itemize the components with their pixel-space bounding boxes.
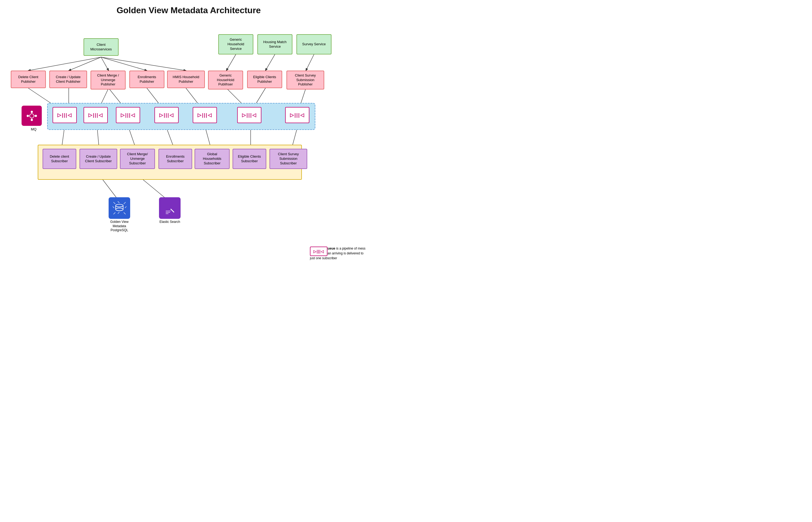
legend: ▷|||◁ ActiveMQ queue is a pipeline of me…	[310, 246, 369, 261]
hmis-household-publisher-box: HMIS HouseholdPublisher	[167, 71, 205, 88]
client-survey-subscriber-box: Client SurveySubmissionSubscriber	[269, 149, 307, 169]
svg-line-5	[226, 55, 236, 71]
delete-client-publisher-box: Delete ClientPublisher	[11, 71, 46, 88]
elastic-search-icon: Elastic Search	[158, 197, 182, 224]
client-merge-publisher-box: Client Merge /UnmergePublisher	[90, 71, 126, 89]
svg-line-4	[101, 57, 186, 71]
client-microservices-box: ClientMicroservices	[84, 38, 119, 56]
create-update-publisher-box: Create / UpdateClient Publisher	[49, 71, 87, 88]
enrollments-publisher-box: EnrollmentsPublisher	[129, 71, 164, 88]
mq-icon	[22, 106, 42, 126]
svg-line-3	[101, 57, 147, 71]
generic-household-publisher-box: GenericHouseHoldPublihser	[208, 71, 243, 89]
svg-line-2	[101, 57, 108, 71]
eligible-clients-publisher-box: Eligible ClientsPublisher	[247, 71, 282, 88]
queue-2: ▷|||◁	[84, 107, 108, 123]
svg-line-7	[306, 55, 314, 71]
mq-label: MQ	[28, 127, 39, 131]
queue-1: ▷|||◁	[53, 107, 77, 123]
enrollments-subscriber-box: EnrollmentsSubscriber	[159, 149, 192, 169]
client-survey-publisher-box: Client SurveySubmissionPublisher	[286, 71, 324, 89]
page-title: Golden View Metadata Architecture	[5, 5, 372, 15]
queue-6: ▷|||◁	[237, 107, 261, 123]
client-merge-subscriber-box: Client Merge/UnmergeSubscriber	[120, 149, 155, 169]
delete-client-subscriber-box: Delete clientSubscriber	[43, 149, 76, 169]
survey-service-box: Survey Service	[297, 34, 331, 55]
eligible-clients-subscriber-box: Eligible ClientsSubscriber	[232, 149, 266, 169]
svg-line-6	[265, 55, 275, 71]
global-households-subscriber-box: GlobalHouseholdsSubscriber	[195, 149, 230, 169]
elastic-search-label: Elastic Search	[158, 220, 182, 224]
queue-4: ▷|||◁	[155, 107, 179, 123]
svg-line-1	[69, 57, 101, 71]
queue-7: ▷|||◁	[285, 107, 309, 123]
svg-rect-49	[163, 201, 177, 215]
housing-match-service-box: Housing MatchService	[257, 34, 292, 55]
golden-view-db-icon: Golden ViewMetadataPostgreSQL	[107, 197, 131, 233]
queue-3: ▷|||◁	[116, 107, 140, 123]
db-label: Golden ViewMetadataPostgreSQL	[107, 220, 131, 233]
queue-5: ▷|||◁	[193, 107, 217, 123]
create-update-subscriber-box: Create / UpdateClient Subscriber	[80, 149, 117, 169]
generic-household-service-box: GenericHouseholdService	[218, 34, 253, 55]
svg-line-0	[28, 57, 101, 71]
